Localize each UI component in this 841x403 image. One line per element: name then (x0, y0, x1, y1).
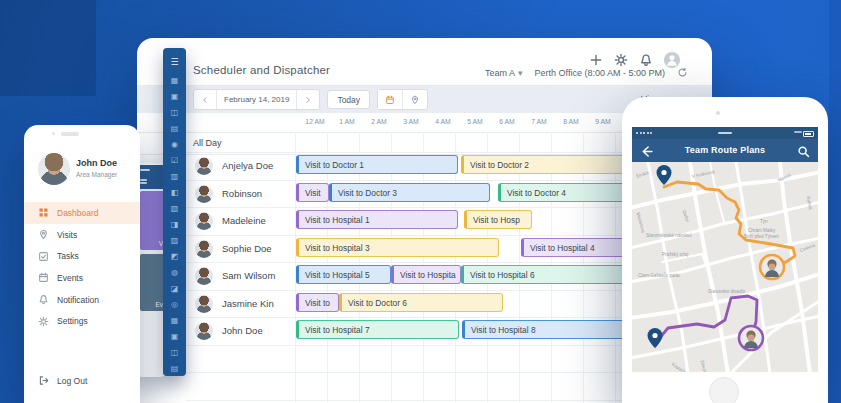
calendar-icon (38, 272, 49, 283)
sidebar-item-notification[interactable]: Notification (24, 289, 140, 311)
logout-icon (38, 375, 49, 386)
date-navigator: February 14, 2019 (193, 89, 320, 110)
battery-icon (803, 131, 814, 137)
chat-icon[interactable]: ◨ (171, 217, 179, 233)
visit-bar[interactable]: Visit to (296, 293, 339, 312)
speaker-pill (61, 132, 79, 136)
signal-icon (636, 132, 652, 134)
visit-bar[interactable]: Visit (296, 183, 329, 202)
sidebar-item-dashboard[interactable]: Dashboard (24, 202, 140, 224)
clients-icon[interactable]: ◧ (171, 185, 179, 201)
visit-bar[interactable]: Visit to Doctor 1 (296, 155, 458, 174)
visit-bar[interactable]: Visit to Hospital 3 (296, 238, 499, 257)
page-title: Scheduler and Dispatcher (193, 64, 330, 76)
team-member-marker[interactable] (739, 326, 763, 350)
street-label: Chrám Matky (748, 228, 775, 233)
row-avatar[interactable] (195, 295, 213, 313)
time-label: 9 AM (587, 118, 619, 125)
sidebar-item-label: Notification (57, 295, 99, 305)
window-top-icons (589, 52, 680, 68)
chart-icon[interactable]: ▤ (171, 361, 179, 377)
refresh-icon[interactable] (677, 67, 688, 78)
team-selector[interactable]: Team A▾ (485, 68, 523, 78)
reports-icon[interactable]: ▨ (171, 233, 179, 249)
street-label: Boží před Týnem (744, 234, 779, 239)
current-date-label: February 14, 2019 (216, 90, 296, 109)
team-icon[interactable]: ▦ (171, 73, 179, 89)
row-avatar[interactable] (195, 185, 213, 203)
street-label: Staroměstské náměstí (646, 233, 692, 238)
contacts-icon[interactable]: ▦ (171, 313, 179, 329)
row-avatar[interactable] (195, 322, 213, 340)
user-avatar[interactable] (38, 153, 70, 185)
camera-dot (716, 111, 720, 115)
phone-nav-bar: Team Route Plans (632, 139, 818, 162)
employee-name: John Doe (222, 317, 263, 345)
row-avatar[interactable] (195, 157, 213, 175)
sidebar-item-tasks[interactable]: Tasks (24, 245, 140, 267)
row-avatar[interactable] (195, 240, 213, 258)
workflow-icon[interactable]: ◪ (171, 281, 179, 297)
logout-button[interactable]: Log Out (38, 375, 87, 386)
employee-name: Anjelya Doe (222, 152, 273, 180)
bell-icon (38, 294, 49, 305)
user-name: John Doe (76, 158, 117, 168)
clock-icon[interactable]: ◍ (171, 265, 178, 281)
sidebar-menu: DashboardVisitsTasksEventsNotificationSe… (24, 202, 140, 332)
inventory-icon[interactable]: ▤ (171, 121, 179, 137)
people-icon[interactable]: ▧ (171, 201, 179, 217)
map-view-button[interactable] (402, 90, 427, 109)
home-button[interactable] (709, 377, 739, 403)
gear-icon[interactable] (614, 53, 628, 67)
sidebar-item-label: Tasks (57, 251, 79, 261)
task-check-icon (38, 251, 49, 262)
tasks-icon[interactable]: ☑ (171, 153, 178, 169)
payments-icon[interactable]: ◫ (171, 105, 179, 121)
sidebar-item-events[interactable]: Events (24, 267, 140, 289)
visit-bar[interactable]: Visit to Doctor 3 (329, 183, 490, 202)
search-icon[interactable] (797, 144, 810, 157)
phone-mockup: Team Route Plans (622, 97, 828, 403)
visit-bar[interactable]: Visit to Hospital 1 (296, 210, 458, 229)
time-label: 1 AM (331, 118, 363, 125)
row-avatar[interactable] (195, 212, 213, 230)
calendar-icon[interactable]: ▣ (171, 89, 179, 105)
sidebar-item-label: Dashboard (57, 208, 99, 218)
globe-icon[interactable]: ◎ (171, 297, 178, 313)
routes-icon[interactable]: ◉ (171, 137, 178, 153)
route-map[interactable]: ŠirokáMaiselovaV KolkovněDušníMasnáRybná… (632, 162, 818, 372)
sidebar-item-visits[interactable]: Visits (24, 224, 140, 246)
visit-bar[interactable]: Visit to Hosp (464, 210, 532, 229)
today-button[interactable]: Today (327, 90, 370, 109)
mini-phone-card-label: Ev (155, 301, 163, 308)
calendar-view-button[interactable] (378, 90, 402, 109)
prev-day-button[interactable] (194, 90, 216, 109)
menu-icon[interactable]: ☰ (170, 54, 178, 70)
background-decoration (829, 0, 841, 403)
visit-bar[interactable]: Visit to Doctor 6 (339, 293, 503, 312)
row-avatar[interactable] (195, 267, 213, 285)
wallet-icon[interactable]: ◩ (171, 249, 179, 265)
menu-icon (140, 179, 147, 181)
next-day-button[interactable] (296, 90, 319, 109)
chevron-down-icon: ▾ (518, 68, 523, 78)
employee-name: Sam Wilsom (222, 262, 275, 290)
street-label: Pražský orloj (662, 252, 688, 257)
employee-name: Madeleine (222, 207, 266, 235)
team-member-marker[interactable] (760, 255, 784, 279)
visit-bar[interactable]: Visit to Hospital 7 (296, 320, 459, 339)
sidebar-item-settings[interactable]: Settings (24, 310, 140, 332)
phone-screen: Team Route Plans (632, 127, 818, 372)
settings-icon[interactable]: ◫ (171, 345, 179, 361)
events-icon[interactable]: ▥ (171, 169, 179, 185)
visit-bar[interactable]: Visit to Hospital 5 (296, 265, 391, 284)
visit-bar[interactable]: Visit to Hospita (391, 265, 461, 284)
plus-icon[interactable] (589, 53, 603, 67)
avatar-icon[interactable] (664, 52, 680, 68)
bell-icon[interactable] (639, 53, 653, 67)
sidebar-item-label: Visits (57, 230, 77, 240)
sidebar-item-label: Settings (57, 316, 88, 326)
employee-name: Robinson (222, 180, 262, 208)
docs-icon[interactable]: ▣ (171, 329, 179, 345)
marketing-background: Scheduler and Dispatcher Team A▾ Perth O… (0, 0, 841, 403)
